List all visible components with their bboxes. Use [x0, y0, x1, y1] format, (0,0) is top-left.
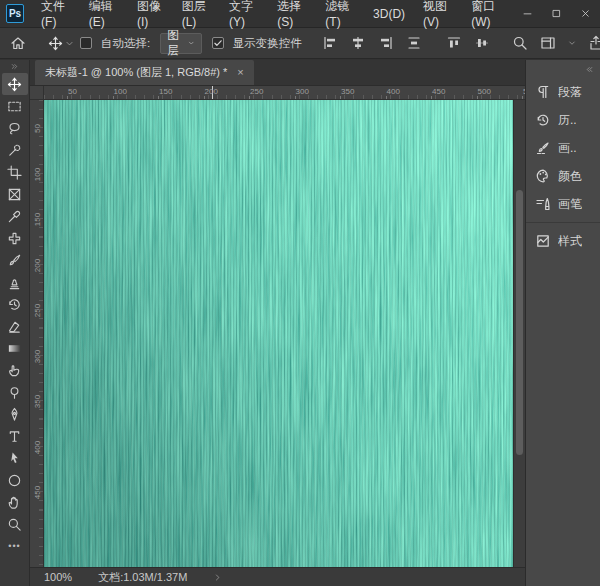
tool-clone-stamp[interactable] [2, 271, 28, 293]
chevron-down-icon [65, 39, 74, 48]
zoom-level-field[interactable]: 100% [44, 571, 72, 583]
lasso-icon [7, 121, 22, 136]
show-transform-checkbox[interactable] [212, 37, 224, 49]
home-button[interactable] [6, 31, 30, 55]
photoshop-logo[interactable]: Ps [6, 4, 24, 23]
auto-select-target-dropdown[interactable]: 图层 [160, 33, 202, 54]
show-transform-label: 显示变换控件 [233, 36, 302, 51]
move-icon [48, 36, 63, 51]
chevron-down-icon [568, 39, 576, 47]
workspace-chevron[interactable] [564, 31, 580, 55]
align-center-button[interactable] [346, 31, 370, 55]
canvas[interactable] [44, 100, 513, 567]
search-button[interactable] [508, 31, 532, 55]
tool-history-brush[interactable] [2, 293, 28, 315]
menu-item-9[interactable]: 窗口(W) [462, 0, 513, 27]
menu-item-8[interactable]: 视图(V) [414, 0, 462, 27]
menu-item-2[interactable]: 图像(I) [128, 0, 173, 27]
maximize-button[interactable] [542, 0, 571, 27]
menu-item-3[interactable]: 图层(L) [173, 0, 220, 27]
close-button[interactable] [571, 0, 600, 27]
tool-ellipse-shape[interactable] [2, 469, 28, 491]
v-ruler-mark: 250 [33, 304, 42, 318]
h-ruler-mark: 350 [341, 87, 354, 96]
menu-item-1[interactable]: 编辑(E) [80, 0, 128, 27]
minimize-button[interactable] [513, 0, 542, 27]
type-icon [7, 429, 22, 444]
workspace-switcher-button[interactable] [536, 31, 560, 55]
tool-move[interactable] [2, 73, 28, 95]
document-info: 文档:1.03M/1.37M [98, 570, 187, 585]
panel-item-color[interactable]: 颜色 [526, 162, 600, 190]
crop-icon [7, 165, 22, 180]
panel-item-label: 样式 [558, 233, 582, 250]
menu-item-7[interactable]: 3D(D) [364, 0, 414, 27]
paragraph-icon [535, 84, 551, 100]
tool-smudge[interactable] [2, 359, 28, 381]
auto-select-checkbox[interactable] [80, 37, 92, 49]
h-ruler-mark: 300 [296, 87, 309, 96]
chevrons-left-icon [585, 65, 594, 74]
align-center-icon [350, 35, 366, 51]
brushes-icon [535, 196, 551, 212]
v-ruler[interactable]: 50100150200250300350400450 [30, 100, 44, 567]
vertical-scrollbar-thumb[interactable] [516, 190, 523, 455]
dock-collapse-button[interactable] [526, 60, 600, 78]
panel-item-paragraph[interactable]: 段落 [526, 78, 600, 106]
distribute-button[interactable] [402, 31, 426, 55]
document-tab[interactable]: 未标题-1 @ 100% (图层 1, RGB/8#) * × [35, 60, 254, 85]
v-ruler-mark: 450 [33, 486, 42, 500]
tool-gradient[interactable] [2, 337, 28, 359]
toolbar-collapse-button[interactable] [0, 60, 29, 73]
h-ruler-mark: 50 [68, 87, 77, 96]
vertical-scrollbar[interactable] [513, 100, 525, 567]
tool-preset-picker[interactable] [48, 36, 74, 51]
tab-bar: 未标题-1 @ 100% (图层 1, RGB/8#) * × [30, 60, 525, 86]
search-icon [512, 35, 528, 51]
tool-quick-selection[interactable] [2, 139, 28, 161]
panel-item-history[interactable]: 历.. [526, 106, 600, 134]
tool-frame[interactable] [2, 183, 28, 205]
tool-dodge[interactable] [2, 381, 28, 403]
tool-lasso[interactable] [2, 117, 28, 139]
tab-close-icon[interactable]: × [237, 67, 243, 78]
tool-brush[interactable] [2, 249, 28, 271]
share-button[interactable] [584, 31, 600, 55]
tool-spot-healing-brush[interactable] [2, 227, 28, 249]
align-left-button[interactable] [318, 31, 342, 55]
menu-item-0[interactable]: 文件(F) [32, 0, 80, 27]
spot-healing-brush-icon [7, 231, 22, 246]
home-icon [10, 35, 26, 51]
tool-hand[interactable] [2, 491, 28, 513]
menu-item-6[interactable]: 滤镜(T) [316, 0, 364, 27]
auto-select-label: 自动选择: [101, 36, 150, 51]
smudge-icon [7, 363, 22, 378]
h-ruler-mark: 450 [432, 87, 445, 96]
tool-eraser[interactable] [2, 315, 28, 337]
chevrons-right-icon [10, 62, 19, 71]
tool-rectangular-marquee[interactable] [2, 95, 28, 117]
h-ruler[interactable]: 5010015020025030035040045050055 [44, 86, 525, 99]
tool-path-selection[interactable] [2, 447, 28, 469]
tool-edit-toolbar[interactable]: ••• [2, 535, 28, 557]
v-ruler-mark: 300 [33, 349, 42, 363]
panel-item-brushes[interactable]: 画笔 [526, 190, 600, 218]
history-icon [535, 112, 551, 128]
tool-crop[interactable] [2, 161, 28, 183]
menu-item-4[interactable]: 文字(Y) [220, 0, 268, 27]
panel-item-styles[interactable]: 样式 [526, 227, 600, 255]
distribute-top-button[interactable] [442, 31, 466, 55]
align-left-icon [322, 35, 338, 51]
tool-type[interactable] [2, 425, 28, 447]
ruler-corner[interactable] [30, 86, 44, 99]
align-right-button[interactable] [374, 31, 398, 55]
panel-item-brush-settings[interactable]: 画.. [526, 134, 600, 162]
ruler-row: 5010015020025030035040045050055 [30, 86, 525, 100]
distribute-center-button[interactable] [470, 31, 494, 55]
tool-zoom[interactable] [2, 513, 28, 535]
status-expand-button[interactable] [213, 573, 222, 582]
menu-item-5[interactable]: 选择(S) [268, 0, 316, 27]
h-ruler-mark: 400 [387, 87, 400, 96]
tool-eyedropper[interactable] [2, 205, 28, 227]
tool-pen[interactable] [2, 403, 28, 425]
